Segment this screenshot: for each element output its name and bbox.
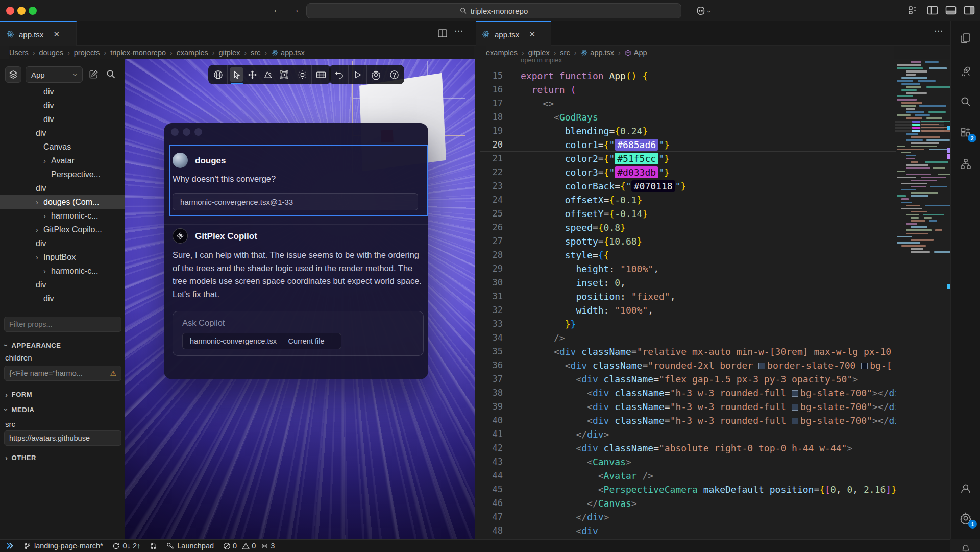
breadcrumb-item[interactable]: triplex-monorepo [110,49,166,57]
code-line-31[interactable]: 31 position: "fixed", [475,290,896,303]
camera-tool-icon[interactable] [313,65,329,84]
code-line-21[interactable]: 21 color2={"#51f5cc"} [475,152,896,165]
tree-item-div[interactable]: div [0,236,125,250]
git-branch-item[interactable]: landing-page-march* [23,542,103,550]
back-button[interactable]: ← [271,4,284,15]
section-form[interactable]: › FORM [5,390,32,399]
breadcrumb-item[interactable]: app.tsx [580,49,614,57]
code-line-38[interactable]: 38 <div className="h-3 w-3 rounded-full … [475,386,896,400]
ask-copilot-input[interactable]: Ask Copilot harmonic-convergence.tsx — C… [173,311,424,356]
code-line-23[interactable]: 23 colorBack={"#070118"} [475,179,896,193]
breadcrumb-item[interactable]: projects [74,49,100,57]
maximize-window-button[interactable] [29,7,37,15]
command-search-bar[interactable]: triplex-monorepo [306,3,681,18]
close-icon[interactable]: ✕ [53,30,60,39]
tab-app-tsx-editor[interactable]: app.tsx ✕ [476,21,551,46]
codelens[interactable]: open in triplex [521,59,562,64]
code-line-27[interactable]: 27 spotty={10.68} [475,234,896,248]
select-tool-icon[interactable] [229,65,244,84]
code-line-42[interactable]: 42 <div className="absolute right-0 top-… [475,441,896,455]
breadcrumb-item[interactable]: examples [177,49,208,57]
tree-item-div[interactable]: div [0,126,125,140]
toggle-sidebar-left-icon[interactable] [927,6,938,15]
hierarchy-icon[interactable] [958,156,973,172]
breadcrumb-item[interactable]: Users [9,49,29,57]
remote-indicator[interactable] [5,541,14,550]
tree-item-canvas[interactable]: Canvas [0,140,125,154]
settings-icon[interactable] [368,65,384,84]
code-line-35[interactable]: 35 <div className="relative mx-auto min-… [475,345,896,358]
layout-grid-icon[interactable] [908,6,918,15]
toggle-sidebar-right-icon[interactable] [964,6,975,15]
tree-item-div[interactable]: div [0,292,125,305]
hex-color-pill[interactable]: #51f5cc [615,153,658,164]
code-line-37[interactable]: 37 <div className="flex gap-1.5 px-3 py-… [475,372,896,386]
code-line-40[interactable]: 40 <div className="h-3 w-3 rounded-full … [475,414,896,427]
undo-icon[interactable] [331,65,347,84]
code-line-17[interactable]: 17 <> [475,97,896,110]
code-line-25[interactable]: 25 offsetY={-0.14} [475,207,896,221]
problems-item[interactable]: 0 0 3 [223,542,275,550]
hex-color-pill[interactable]: #070118 [631,180,675,192]
search-scene-icon[interactable] [106,69,116,79]
code-line-34[interactable]: 34 /> [475,331,896,345]
code-line-46[interactable]: 46 </Canvas> [475,496,896,510]
code-line-47[interactable]: 47 </div> [475,510,896,524]
breadcrumb-item[interactable]: src [251,49,260,57]
extensions-icon[interactable]: 2 [958,125,973,140]
minimap[interactable] [895,61,946,276]
scene-viewport[interactable]: douges Why doesn't this converge? harmon… [125,59,475,539]
breadcrumb-item[interactable]: app.tsx [271,49,305,57]
tree-item-harmonic-c[interactable]: ›harmonic-c... [0,264,125,278]
toggle-panel-icon[interactable] [945,6,957,15]
code-line-29[interactable]: 29 height: "100%", [475,262,896,276]
bell-icon[interactable] [958,541,973,552]
code-line-19[interactable]: 19 blending={0.24} [475,124,896,138]
breadcrumb-item[interactable]: douges [39,49,64,57]
breadcrumb-item[interactable]: gitplex [218,49,240,57]
code-line-33[interactable]: 33 }} [475,317,896,331]
tree-item-douges-com[interactable]: ›douges (Com... [0,195,125,209]
children-prop-input[interactable]: {<File name="harmo... ⚠ [4,366,121,381]
split-editor-icon[interactable] [438,29,447,37]
more-actions-icon[interactable]: ⋯ [934,26,943,36]
forward-button[interactable]: → [288,4,302,15]
section-other[interactable]: › OTHER [5,453,36,462]
minimize-window-button[interactable] [17,7,26,15]
layers-button[interactable] [5,66,21,83]
light-tool-icon[interactable] [295,65,310,84]
breadcrumb-item[interactable]: examples [486,49,518,57]
help-icon[interactable] [386,65,402,84]
component-selector[interactable]: App › [26,66,83,83]
code-line-32[interactable]: 32 width: "100%", [475,303,896,317]
code-line-41[interactable]: 41 </div> [475,427,896,441]
breadcrumb-item[interactable]: gitplex [528,49,550,57]
context-file-chip[interactable]: harmonic-convergence.tsx — Current file [182,333,341,349]
code-line-36[interactable]: 36 <div className="rounded-2xl border bo… [475,358,896,372]
section-appearance[interactable]: › APPEARANCE [5,341,61,350]
breadcrumb-item[interactable]: src [560,49,570,57]
code-line-18[interactable]: 18 <GodRays [475,110,896,124]
code-line-22[interactable]: 22 color3={"#d033db"} [475,165,896,179]
launchpad-item[interactable]: Launchpad [166,542,214,550]
tree-item-perspective[interactable]: Perspective... [0,167,125,181]
code-line-30[interactable]: 30 inset: 0, [475,276,896,290]
scale-tool-icon[interactable] [260,65,276,84]
tree-item-div[interactable]: div [0,85,125,99]
tree-item-gitplex-copilo[interactable]: ›GitPlex Copilo... [0,223,125,236]
code-line-26[interactable]: 26 speed={0.8} [475,221,896,234]
code-line-16[interactable]: 16 return ( [475,83,896,97]
tree-item-div[interactable]: div [0,278,125,292]
edit-component-icon[interactable] [89,69,99,79]
tree-item-div[interactable]: div [0,181,125,195]
copilot-icon[interactable] [695,6,706,16]
rocket-icon[interactable] [958,63,973,79]
account-icon[interactable] [958,481,973,496]
close-window-button[interactable] [6,7,14,15]
tree-item-inputbox[interactable]: ›InputBox [0,250,125,264]
filter-props-input[interactable]: Filter props... [4,317,121,332]
hex-color-pill[interactable]: #685ad6 [615,139,658,151]
tree-item-harmonic-c[interactable]: ›harmonic-c... [0,209,125,223]
translate-tool-icon[interactable] [244,65,260,84]
code-line-20[interactable]: 20 color1={"#685ad6"} [475,138,896,152]
